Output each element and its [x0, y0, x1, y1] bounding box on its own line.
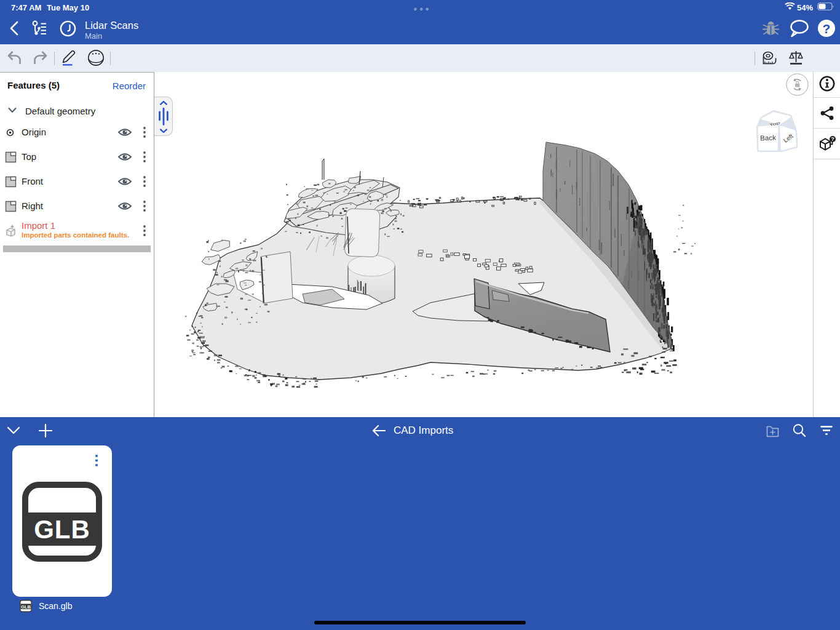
svg-text:GLB: GLB: [34, 515, 90, 544]
svg-text:?: ?: [831, 136, 834, 142]
svg-text:Back: Back: [760, 134, 776, 142]
svg-text:?: ?: [823, 22, 831, 36]
svg-text:GLB: GLB: [21, 604, 31, 610]
